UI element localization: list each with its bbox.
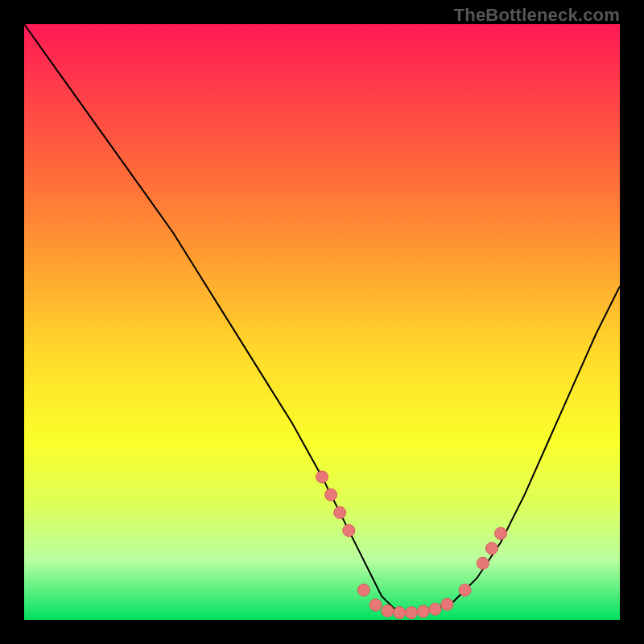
curve-marker bbox=[406, 607, 418, 619]
watermark: TheBottleneck.com bbox=[454, 5, 620, 26]
curve-marker bbox=[417, 605, 429, 617]
chart-overlay bbox=[24, 24, 620, 620]
curve-marker bbox=[357, 584, 369, 597]
curve-marker bbox=[343, 525, 355, 537]
curve-marker bbox=[441, 598, 453, 610]
curve-marker bbox=[429, 603, 441, 615]
curve-marker bbox=[316, 471, 328, 483]
curve-marker bbox=[477, 557, 489, 569]
curve-marker bbox=[334, 506, 346, 518]
curve-marker bbox=[325, 489, 337, 501]
curve-markers bbox=[316, 471, 507, 619]
curve-marker bbox=[382, 605, 394, 617]
curve-marker bbox=[394, 607, 406, 619]
chart-canvas: TheBottleneck.com bbox=[0, 0, 644, 644]
curve-marker bbox=[495, 527, 507, 539]
curve-marker bbox=[459, 584, 471, 597]
curve-marker bbox=[369, 599, 382, 611]
curve-marker bbox=[485, 543, 497, 555]
bottleneck-curve bbox=[24, 24, 620, 613]
